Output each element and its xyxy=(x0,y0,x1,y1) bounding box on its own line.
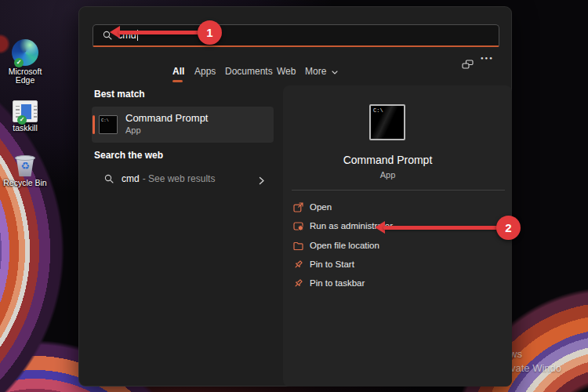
best-match-result-command-prompt[interactable]: C:\ Command Prompt App xyxy=(92,107,274,143)
selected-tab-underline xyxy=(172,80,183,82)
desktop-icon-taskkill[interactable]: ✓ taskkill xyxy=(3,100,47,132)
command-prompt-icon-large: C:\ xyxy=(369,104,405,140)
action-pin-to-taskbar[interactable]: Pin to taskbar xyxy=(283,274,503,292)
desktop-screen: ws vate Windo ✓ Microsoft Edge ✓ taskkil… xyxy=(0,0,588,392)
chevron-down-icon xyxy=(332,71,338,74)
result-title: Command Prompt xyxy=(125,112,208,124)
tab-apps[interactable]: Apps xyxy=(194,66,216,77)
open-external-icon xyxy=(293,202,303,212)
shortcut-check-badge-icon: ✓ xyxy=(17,115,27,125)
best-match-section-label: Best match xyxy=(94,89,145,100)
taskkill-file-icon: ✓ xyxy=(13,100,38,122)
action-label: Open file location xyxy=(310,241,379,250)
result-preview-pane: C:\ Command Prompt App Open Run as admin… xyxy=(283,85,512,387)
preview-subtitle: App xyxy=(283,170,492,180)
desktop-icon-label: Microsoft Edge xyxy=(3,67,47,84)
action-open-file-location[interactable]: Open file location xyxy=(283,237,503,254)
more-options-ellipsis-icon[interactable]: ●●● xyxy=(481,56,494,60)
search-icon xyxy=(104,174,114,183)
result-subtitle: App xyxy=(125,125,141,135)
annotation-step-badge-1: 1 xyxy=(198,20,222,45)
tab-web[interactable]: Web xyxy=(277,66,296,77)
web-result-row[interactable]: cmd - See web results xyxy=(92,167,274,191)
annotation-arrow-shaft-2 xyxy=(383,226,499,230)
annotation-arrow-shaft-1 xyxy=(118,31,200,34)
desktop-icon-label: taskkill xyxy=(3,124,47,132)
shortcut-check-badge-icon: ✓ xyxy=(14,58,24,67)
chevron-right-icon xyxy=(259,174,264,188)
preview-title: Command Prompt xyxy=(283,154,492,166)
tab-all[interactable]: All xyxy=(172,66,184,77)
action-label: Open xyxy=(310,202,332,212)
search-input[interactable]: cmd xyxy=(93,24,499,47)
action-label: Pin to taskbar xyxy=(310,278,365,288)
desktop-icon-microsoft-edge[interactable]: ✓ Microsoft Edge xyxy=(3,39,47,84)
tab-more[interactable]: More xyxy=(305,66,338,77)
edge-logo-icon: ✓ xyxy=(12,39,38,66)
command-prompt-icon: C:\ xyxy=(99,115,118,134)
search-web-section-label: Search the web xyxy=(94,150,163,161)
web-result-suffix: - See web results xyxy=(143,173,216,184)
recycle-bin-icon: ♻ xyxy=(15,154,35,177)
divider xyxy=(292,190,505,191)
tab-documents[interactable]: Documents xyxy=(225,66,273,77)
folder-icon xyxy=(293,241,303,251)
desktop-icon-recycle-bin[interactable]: ♻ Recycle Bin xyxy=(3,154,47,187)
pin-icon xyxy=(293,260,303,270)
recycle-symbol-icon: ♻ xyxy=(15,160,35,172)
action-open[interactable]: Open xyxy=(283,198,503,216)
account-link-icon[interactable] xyxy=(462,59,474,73)
selection-accent-bar xyxy=(93,115,95,134)
pin-icon xyxy=(293,278,303,289)
web-query-text: cmd xyxy=(122,173,140,184)
action-pin-to-start[interactable]: Pin to Start xyxy=(283,256,503,273)
windows-search-flyout: cmd All Apps Documents Web More ●●● Best… xyxy=(78,6,512,387)
desktop-icon-label: Recycle Bin xyxy=(3,179,47,187)
annotation-step-badge-2: 2 xyxy=(496,216,521,240)
admin-shield-icon xyxy=(293,221,303,231)
action-label: Pin to Start xyxy=(310,260,354,269)
activate-windows-watermark-line2: vate Windo xyxy=(510,362,561,374)
